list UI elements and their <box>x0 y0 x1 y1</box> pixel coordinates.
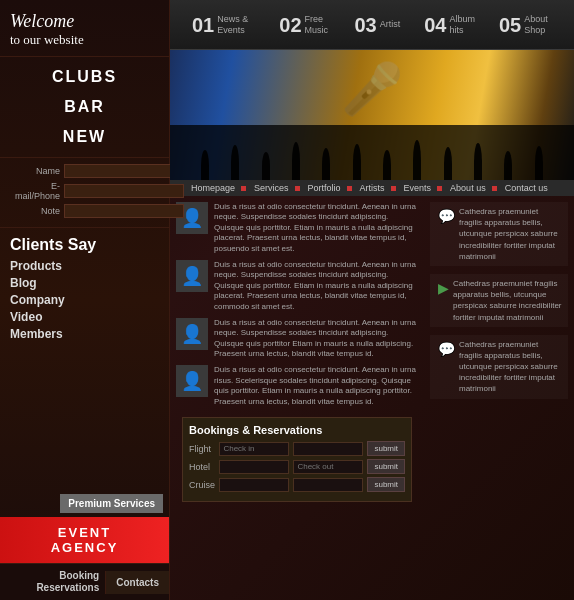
client-link[interactable]: Video <box>10 309 159 325</box>
premium-button[interactable]: Premium Services <box>60 494 163 513</box>
bookings-title: Bookings & Reservations <box>189 424 405 436</box>
sub-nav-item[interactable]: Portfolio <box>308 183 341 193</box>
content-area: 👤 Duis a risus at odio consectetur tinci… <box>170 196 574 600</box>
nav-number: 05 <box>499 15 521 35</box>
note-label: Note <box>10 206 60 216</box>
sub-nav-item[interactable]: Services <box>254 183 289 193</box>
card-text: Cathedras praemuniet fragilis apparatus … <box>459 206 562 262</box>
post-avatar: 👤 <box>176 260 208 292</box>
right-card: 💬 Cathedras praemuniet fragilis apparatu… <box>430 335 568 399</box>
clients-section: Clients Say ProductsBlogCompanyVideoMemb… <box>0 228 169 346</box>
clients-title: Clients Say <box>10 236 159 254</box>
sub-nav-item[interactable]: Contact us <box>505 183 548 193</box>
name-label: Name <box>10 166 60 176</box>
post-text: Duis a risus at odio consectetur tincidu… <box>214 318 418 360</box>
top-nav-item[interactable]: 03Artist <box>342 0 412 49</box>
booking-label: Cruise <box>189 480 215 490</box>
sub-nav-item[interactable]: About us <box>450 183 486 193</box>
booking-input-2[interactable] <box>293 460 363 474</box>
booking-input-1[interactable] <box>219 478 289 492</box>
booking-button[interactable]: Booking Reservations <box>0 564 105 600</box>
booking-row-item: Hotel submit <box>189 459 405 474</box>
sidebar-form: Name E-mail/Phone Note <box>0 157 169 228</box>
client-link[interactable]: Members <box>10 326 159 342</box>
booking-input-2[interactable] <box>293 478 363 492</box>
email-input[interactable] <box>64 184 184 198</box>
top-navigation: 01News & Events02Free Music03Artist04Alb… <box>170 0 574 50</box>
right-column: 💬 Cathedras praemuniet fragilis apparatu… <box>424 196 574 600</box>
note-input[interactable] <box>64 204 184 218</box>
booking-row: Booking Reservations Contacts <box>0 563 169 600</box>
logo-welcome: Welcome <box>10 12 159 32</box>
top-nav-item[interactable]: 02Free Music <box>267 0 342 49</box>
logo-sub: to our website <box>10 32 159 48</box>
booking-submit-button[interactable]: submit <box>367 459 405 474</box>
sidebar-nav-item[interactable]: NEW <box>0 122 169 152</box>
sub-nav-item[interactable]: Events <box>404 183 432 193</box>
sub-nav-item[interactable]: Homepage <box>191 183 235 193</box>
post-item: 👤 Duis a risus at odio consectetur tinci… <box>176 318 418 360</box>
sidebar-bottom: Premium Services EVENT AGENCY Booking Re… <box>0 490 169 600</box>
post-avatar: 👤 <box>176 318 208 350</box>
sidebar-nav-item[interactable]: BAR <box>0 92 169 122</box>
sub-nav-dot-icon <box>391 186 396 191</box>
posts-area: 👤 Duis a risus at odio consectetur tinci… <box>170 196 424 600</box>
clients-links: ProductsBlogCompanyVideoMembers <box>10 258 159 342</box>
main-nav: CLUBSBARNEW <box>0 57 169 157</box>
main-content: 01News & Events02Free Music03Artist04Alb… <box>170 0 574 600</box>
nav-text: Free Music <box>305 14 331 36</box>
contacts-button[interactable]: Contacts <box>105 571 169 594</box>
hero-image: 🎤 <box>170 50 574 180</box>
booking-label: Hotel <box>189 462 215 472</box>
sub-nav-dot-icon <box>437 186 442 191</box>
post-text: Duis a risus at odio consectetur tincidu… <box>214 202 418 254</box>
client-link[interactable]: Company <box>10 292 159 308</box>
nav-number: 01 <box>192 15 214 35</box>
post-text: Duis a risus at odio consectetur tincidu… <box>214 260 418 312</box>
name-input[interactable] <box>64 164 184 178</box>
premium-row: Premium Services <box>0 490 169 517</box>
chat-icon: 💬 <box>438 208 455 224</box>
booking-submit-button[interactable]: submit <box>367 441 405 456</box>
sub-nav-dot-icon <box>241 186 246 191</box>
client-link[interactable]: Blog <box>10 275 159 291</box>
right-card: 💬 Cathedras praemuniet fragilis apparatu… <box>430 202 568 266</box>
sidebar: Welcome to our website CLUBSBARNEW Name … <box>0 0 170 600</box>
logo-area: Welcome to our website <box>0 0 169 57</box>
booking-submit-button[interactable]: submit <box>367 477 405 492</box>
agency-label: AGENCY <box>6 540 163 555</box>
client-link[interactable]: Products <box>10 258 159 274</box>
nav-text: About Shop <box>524 14 552 36</box>
right-card: ▶ Cathedras praemuniet fragilis apparatu… <box>430 274 568 327</box>
bookings-section: Bookings & Reservations Flight submit Ho… <box>182 417 412 502</box>
booking-input-1[interactable] <box>219 442 289 456</box>
booking-input-2[interactable] <box>293 442 363 456</box>
sub-nav-dot-icon <box>492 186 497 191</box>
nav-number: 03 <box>354 15 376 35</box>
booking-input-1[interactable] <box>219 460 289 474</box>
card-text: Cathedras praemuniet fragilis apparatus … <box>453 278 562 323</box>
sub-nav-item[interactable]: Artists <box>360 183 385 193</box>
event-agency-button[interactable]: EVENT AGENCY <box>0 517 169 563</box>
nav-text: News & Events <box>217 14 255 36</box>
top-nav-item[interactable]: 01News & Events <box>180 0 267 49</box>
email-label: E-mail/Phone <box>10 181 60 201</box>
top-nav-item[interactable]: 05About Shop <box>487 0 564 49</box>
post-avatar: 👤 <box>176 365 208 397</box>
sub-navigation: HomepageServicesPortfolioArtistsEventsAb… <box>170 180 574 196</box>
sub-nav-dot-icon <box>295 186 300 191</box>
nav-number: 02 <box>279 15 301 35</box>
post-item: 👤 Duis a risus at odio consectetur tinci… <box>176 365 418 407</box>
play-icon: ▶ <box>438 280 449 296</box>
top-nav-item[interactable]: 04Album hits <box>412 0 487 49</box>
post-item: 👤 Duis a risus at odio consectetur tinci… <box>176 202 418 254</box>
booking-row-item: Flight submit <box>189 441 405 456</box>
post-item: 👤 Duis a risus at odio consectetur tinci… <box>176 260 418 312</box>
card-text: Cathedras praemuniet fragilis apparatus … <box>459 339 562 395</box>
nav-text: Album hits <box>449 14 475 36</box>
bookings-rows: Flight submit Hotel submit Cruise submit <box>189 441 405 492</box>
chat-icon: 💬 <box>438 341 455 357</box>
sub-nav-dot-icon <box>347 186 352 191</box>
booking-label: Flight <box>189 444 215 454</box>
sidebar-nav-item[interactable]: CLUBS <box>0 62 169 92</box>
